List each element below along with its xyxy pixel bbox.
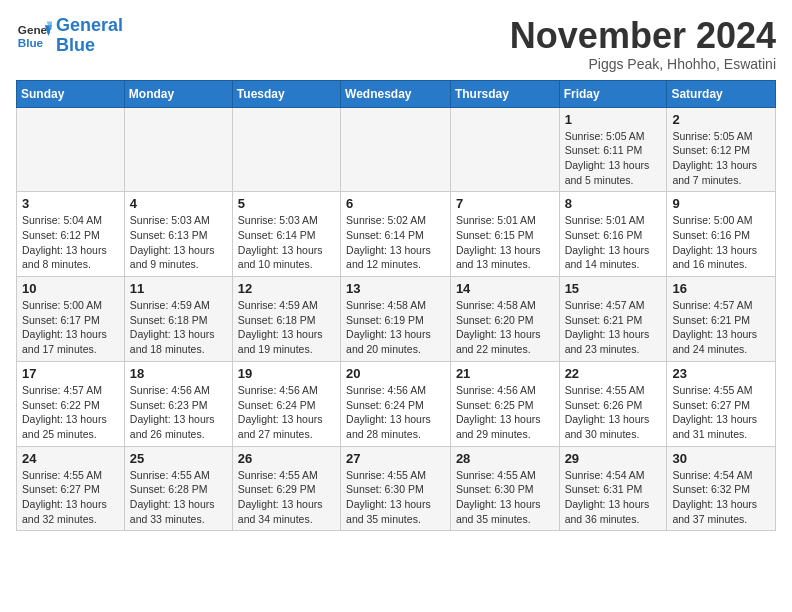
logo: General Blue GeneralBlue: [16, 16, 123, 56]
calendar-cell: 22Sunrise: 4:55 AMSunset: 6:26 PMDayligh…: [559, 361, 667, 446]
day-number: 1: [565, 112, 662, 127]
day-number: 5: [238, 196, 335, 211]
calendar-cell: 27Sunrise: 4:55 AMSunset: 6:30 PMDayligh…: [341, 446, 451, 531]
day-info: Sunrise: 4:55 AMSunset: 6:27 PMDaylight:…: [22, 468, 119, 527]
calendar-cell: 29Sunrise: 4:54 AMSunset: 6:31 PMDayligh…: [559, 446, 667, 531]
day-info: Sunrise: 5:04 AMSunset: 6:12 PMDaylight:…: [22, 213, 119, 272]
day-info: Sunrise: 4:55 AMSunset: 6:28 PMDaylight:…: [130, 468, 227, 527]
calendar-cell: 6Sunrise: 5:02 AMSunset: 6:14 PMDaylight…: [341, 192, 451, 277]
calendar-table: SundayMondayTuesdayWednesdayThursdayFrid…: [16, 80, 776, 532]
calendar-cell: 11Sunrise: 4:59 AMSunset: 6:18 PMDayligh…: [124, 277, 232, 362]
day-info: Sunrise: 4:55 AMSunset: 6:26 PMDaylight:…: [565, 383, 662, 442]
day-number: 16: [672, 281, 770, 296]
calendar-cell: 24Sunrise: 4:55 AMSunset: 6:27 PMDayligh…: [17, 446, 125, 531]
day-info: Sunrise: 4:58 AMSunset: 6:19 PMDaylight:…: [346, 298, 445, 357]
day-number: 17: [22, 366, 119, 381]
day-info: Sunrise: 4:55 AMSunset: 6:29 PMDaylight:…: [238, 468, 335, 527]
day-number: 14: [456, 281, 554, 296]
svg-text:Blue: Blue: [18, 36, 44, 49]
day-info: Sunrise: 4:54 AMSunset: 6:32 PMDaylight:…: [672, 468, 770, 527]
day-number: 7: [456, 196, 554, 211]
calendar-cell: 18Sunrise: 4:56 AMSunset: 6:23 PMDayligh…: [124, 361, 232, 446]
page-header: General Blue GeneralBlue November 2024 P…: [16, 16, 776, 72]
calendar-cell: [450, 107, 559, 192]
day-info: Sunrise: 5:00 AMSunset: 6:16 PMDaylight:…: [672, 213, 770, 272]
day-info: Sunrise: 4:56 AMSunset: 6:24 PMDaylight:…: [346, 383, 445, 442]
day-info: Sunrise: 4:55 AMSunset: 6:30 PMDaylight:…: [346, 468, 445, 527]
calendar-cell: 17Sunrise: 4:57 AMSunset: 6:22 PMDayligh…: [17, 361, 125, 446]
day-info: Sunrise: 4:59 AMSunset: 6:18 PMDaylight:…: [130, 298, 227, 357]
weekday-header-monday: Monday: [124, 80, 232, 107]
calendar-cell: 9Sunrise: 5:00 AMSunset: 6:16 PMDaylight…: [667, 192, 776, 277]
day-info: Sunrise: 4:59 AMSunset: 6:18 PMDaylight:…: [238, 298, 335, 357]
day-number: 27: [346, 451, 445, 466]
calendar-cell: 7Sunrise: 5:01 AMSunset: 6:15 PMDaylight…: [450, 192, 559, 277]
day-info: Sunrise: 4:57 AMSunset: 6:22 PMDaylight:…: [22, 383, 119, 442]
location-subtitle: Piggs Peak, Hhohho, Eswatini: [510, 56, 776, 72]
day-info: Sunrise: 4:56 AMSunset: 6:23 PMDaylight:…: [130, 383, 227, 442]
day-number: 18: [130, 366, 227, 381]
day-number: 30: [672, 451, 770, 466]
calendar-cell: 15Sunrise: 4:57 AMSunset: 6:21 PMDayligh…: [559, 277, 667, 362]
weekday-header-saturday: Saturday: [667, 80, 776, 107]
weekday-header-sunday: Sunday: [17, 80, 125, 107]
day-number: 22: [565, 366, 662, 381]
day-number: 4: [130, 196, 227, 211]
day-info: Sunrise: 4:55 AMSunset: 6:27 PMDaylight:…: [672, 383, 770, 442]
weekday-header-wednesday: Wednesday: [341, 80, 451, 107]
calendar-cell: 12Sunrise: 4:59 AMSunset: 6:18 PMDayligh…: [232, 277, 340, 362]
calendar-cell: 4Sunrise: 5:03 AMSunset: 6:13 PMDaylight…: [124, 192, 232, 277]
calendar-cell: 25Sunrise: 4:55 AMSunset: 6:28 PMDayligh…: [124, 446, 232, 531]
calendar-cell: 16Sunrise: 4:57 AMSunset: 6:21 PMDayligh…: [667, 277, 776, 362]
calendar-cell: 19Sunrise: 4:56 AMSunset: 6:24 PMDayligh…: [232, 361, 340, 446]
day-info: Sunrise: 4:55 AMSunset: 6:30 PMDaylight:…: [456, 468, 554, 527]
logo-text: GeneralBlue: [56, 16, 123, 56]
title-area: November 2024 Piggs Peak, Hhohho, Eswati…: [510, 16, 776, 72]
day-info: Sunrise: 5:02 AMSunset: 6:14 PMDaylight:…: [346, 213, 445, 272]
calendar-cell: [124, 107, 232, 192]
day-number: 15: [565, 281, 662, 296]
day-number: 3: [22, 196, 119, 211]
weekday-header-thursday: Thursday: [450, 80, 559, 107]
day-number: 28: [456, 451, 554, 466]
calendar-cell: 20Sunrise: 4:56 AMSunset: 6:24 PMDayligh…: [341, 361, 451, 446]
day-info: Sunrise: 5:01 AMSunset: 6:15 PMDaylight:…: [456, 213, 554, 272]
day-number: 23: [672, 366, 770, 381]
calendar-cell: 3Sunrise: 5:04 AMSunset: 6:12 PMDaylight…: [17, 192, 125, 277]
calendar-cell: 28Sunrise: 4:55 AMSunset: 6:30 PMDayligh…: [450, 446, 559, 531]
weekday-header-tuesday: Tuesday: [232, 80, 340, 107]
calendar-cell: 13Sunrise: 4:58 AMSunset: 6:19 PMDayligh…: [341, 277, 451, 362]
day-number: 13: [346, 281, 445, 296]
calendar-cell: [341, 107, 451, 192]
day-number: 6: [346, 196, 445, 211]
day-number: 26: [238, 451, 335, 466]
calendar-cell: 14Sunrise: 4:58 AMSunset: 6:20 PMDayligh…: [450, 277, 559, 362]
calendar-cell: 26Sunrise: 4:55 AMSunset: 6:29 PMDayligh…: [232, 446, 340, 531]
day-info: Sunrise: 4:56 AMSunset: 6:24 PMDaylight:…: [238, 383, 335, 442]
calendar-cell: 23Sunrise: 4:55 AMSunset: 6:27 PMDayligh…: [667, 361, 776, 446]
day-info: Sunrise: 5:05 AMSunset: 6:11 PMDaylight:…: [565, 129, 662, 188]
day-info: Sunrise: 5:03 AMSunset: 6:13 PMDaylight:…: [130, 213, 227, 272]
day-info: Sunrise: 4:54 AMSunset: 6:31 PMDaylight:…: [565, 468, 662, 527]
day-number: 24: [22, 451, 119, 466]
weekday-header-friday: Friday: [559, 80, 667, 107]
day-number: 9: [672, 196, 770, 211]
day-number: 19: [238, 366, 335, 381]
day-info: Sunrise: 5:01 AMSunset: 6:16 PMDaylight:…: [565, 213, 662, 272]
day-info: Sunrise: 4:57 AMSunset: 6:21 PMDaylight:…: [672, 298, 770, 357]
day-info: Sunrise: 4:58 AMSunset: 6:20 PMDaylight:…: [456, 298, 554, 357]
calendar-cell: [17, 107, 125, 192]
day-number: 29: [565, 451, 662, 466]
day-number: 25: [130, 451, 227, 466]
calendar-header: SundayMondayTuesdayWednesdayThursdayFrid…: [17, 80, 776, 107]
day-number: 10: [22, 281, 119, 296]
day-info: Sunrise: 5:05 AMSunset: 6:12 PMDaylight:…: [672, 129, 770, 188]
day-number: 8: [565, 196, 662, 211]
day-number: 12: [238, 281, 335, 296]
day-number: 2: [672, 112, 770, 127]
day-number: 11: [130, 281, 227, 296]
calendar-cell: [232, 107, 340, 192]
month-title: November 2024: [510, 16, 776, 56]
day-number: 20: [346, 366, 445, 381]
day-info: Sunrise: 4:57 AMSunset: 6:21 PMDaylight:…: [565, 298, 662, 357]
